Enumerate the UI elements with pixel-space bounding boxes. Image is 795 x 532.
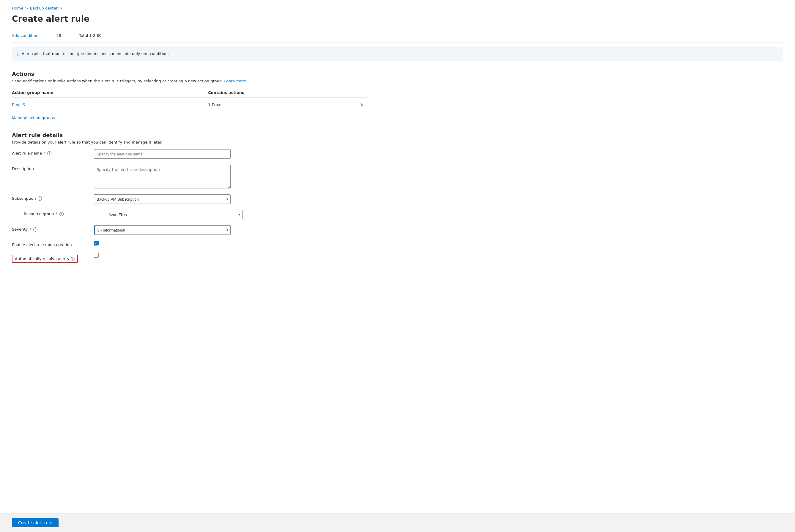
auto-resolve-label-text: Automatically resolve alerts (15, 256, 69, 261)
severity-info-icon[interactable]: i (33, 227, 37, 231)
alert-rule-name-info-icon[interactable]: i (47, 151, 52, 155)
info-banner-text: Alert rules that monitor multiple dimens… (22, 52, 169, 56)
resource-group-label: Resource group * i (24, 210, 101, 216)
severity-select[interactable]: 0 - Critical 1 - Error 2 - Warning 3 - I… (94, 225, 231, 235)
enable-alert-rule-row: Enable alert rule upon creation (12, 241, 368, 247)
severity-select-wrapper: 0 - Critical 1 - Error 2 - Warning 3 - I… (94, 225, 231, 235)
enable-alert-rule-checkbox[interactable] (94, 241, 99, 246)
page-title: Create alert rule (12, 14, 90, 24)
breadcrumb-sep-1: > (25, 6, 28, 11)
auto-resolve-checkbox-wrapper (94, 253, 368, 258)
actions-section-title: Actions (12, 71, 783, 77)
action-groups-table: Action group name Contains actions Email… (12, 88, 368, 112)
resource-group-row: Resource group * i AzureFiles ▾ (12, 210, 368, 219)
alert-rule-name-input[interactable] (94, 149, 231, 159)
create-alert-rule-button[interactable]: Create alert rule (12, 518, 59, 527)
actions-section-desc: Send notifications or invoke actions whe… (12, 79, 783, 83)
table-row: EmailS 1 Email ✕ (12, 97, 368, 112)
manage-action-groups-link[interactable]: Manage action groups (12, 116, 55, 120)
subscription-info-icon[interactable]: i (38, 196, 42, 201)
resource-group-select[interactable]: AzureFiles (106, 210, 243, 219)
col-header-remove (351, 88, 368, 97)
alert-rule-form: Alert rule name * i Description Subscrip… (12, 149, 368, 263)
breadcrumb-sep-2: > (59, 6, 62, 11)
resource-group-info-icon[interactable]: i (59, 212, 63, 216)
description-label: Description (12, 165, 89, 171)
col-header-name: Action group name (12, 88, 208, 97)
alert-rule-details-desc: Provide details on your alert rule so th… (12, 140, 783, 145)
description-input[interactable] (94, 165, 231, 188)
action-group-actions-cell: 1 Email (208, 97, 351, 112)
actions-section: Actions Send notifications or invoke act… (12, 71, 783, 120)
subscription-row: Subscription i Backup PM Subscription ▾ (12, 194, 368, 204)
info-banner: ℹ Alert rules that monitor multiple dime… (12, 48, 783, 61)
enable-alert-rule-label: Enable alert rule upon creation (12, 241, 89, 247)
col-header-actions: Contains actions (208, 88, 351, 97)
alert-rule-name-label: Alert rule name * i (12, 149, 89, 155)
alert-rule-name-row: Alert rule name * i (12, 149, 368, 159)
severity-label: Severity * i (12, 225, 89, 231)
action-group-name-cell: EmailS (12, 97, 208, 112)
breadcrumb: Home > Backup center > (12, 6, 783, 11)
auto-resolve-label-wrapper: Automatically resolve alerts i (12, 253, 89, 263)
condition-count: 28 (56, 33, 61, 38)
enable-alert-rule-checkbox-wrapper (94, 241, 368, 246)
action-group-remove-cell: ✕ (351, 97, 368, 112)
required-indicator: * (44, 151, 45, 155)
auto-resolve-info-icon[interactable]: i (71, 257, 75, 261)
auto-resolve-checkbox[interactable] (94, 253, 99, 258)
breadcrumb-backup-center[interactable]: Backup center (30, 6, 58, 11)
breadcrumb-home[interactable]: Home (12, 6, 23, 11)
more-options-icon[interactable]: ··· (93, 16, 100, 22)
auto-resolve-row: Automatically resolve alerts i (12, 253, 368, 263)
subscription-label: Subscription i (12, 194, 89, 201)
add-condition-link[interactable]: Add condition (12, 33, 38, 38)
subscription-select-wrapper: Backup PM Subscription ▾ (94, 194, 231, 204)
subscription-select[interactable]: Backup PM Subscription (94, 194, 231, 204)
learn-more-link[interactable]: Learn more (224, 79, 246, 83)
auto-resolve-label-highlight: Automatically resolve alerts i (12, 255, 78, 263)
severity-row: Severity * i 0 - Critical 1 - Error 2 - … (12, 225, 368, 235)
resource-group-required: * (56, 212, 58, 216)
footer-bar: Create alert rule (0, 513, 795, 532)
summary-bar: Add condition 28 Total $ 2.80 (12, 31, 783, 43)
info-banner-icon: ℹ (17, 52, 19, 57)
severity-required: * (30, 227, 32, 231)
remove-action-group-button[interactable]: ✕ (359, 101, 365, 109)
resource-group-select-wrapper: AzureFiles ▾ (106, 210, 243, 219)
action-group-name-link[interactable]: EmailS (12, 102, 25, 107)
alert-rule-details-section: Alert rule details Provide details on yo… (12, 132, 783, 263)
total-cost: Total $ 2.80 (79, 33, 102, 38)
description-row: Description (12, 165, 368, 188)
close-icon: ✕ (360, 102, 364, 107)
alert-rule-details-title: Alert rule details (12, 132, 783, 138)
